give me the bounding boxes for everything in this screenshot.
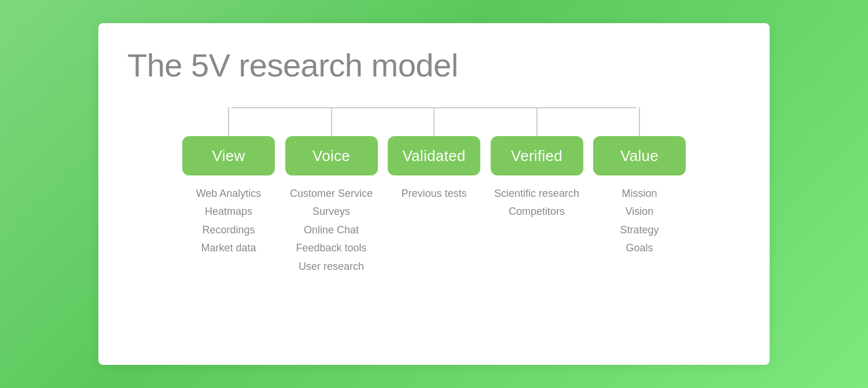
diagram: ViewWeb AnalyticsHeatmapsRecordingsMarke… <box>127 107 741 273</box>
page-title: The 5V research model <box>127 46 741 84</box>
box-view: View <box>182 136 275 175</box>
items-view: Web AnalyticsHeatmapsRecordingsMarket da… <box>196 187 262 255</box>
box-value: Value <box>593 136 686 175</box>
drop-line-voice <box>331 107 332 136</box>
list-item: Feedback tools <box>296 241 366 255</box>
list-item: Previous tests <box>401 187 466 200</box>
list-item: Goals <box>626 241 653 255</box>
list-item: User research <box>299 260 364 273</box>
items-verified: Scientific researchCompetitors <box>494 187 579 219</box>
list-item: Heatmaps <box>205 205 252 218</box>
list-item: Mission <box>621 187 657 200</box>
list-item: Customer Service <box>290 187 373 200</box>
drop-line-value <box>639 107 640 136</box>
list-item: Surveys <box>312 205 350 218</box>
column-verified: VerifiedScientific researchCompetitors <box>488 107 586 273</box>
list-item: Strategy <box>620 224 659 237</box>
drop-line-verified <box>536 107 538 136</box>
list-item: Web Analytics <box>196 187 262 200</box>
column-view: ViewWeb AnalyticsHeatmapsRecordingsMarke… <box>179 107 278 273</box>
column-voice: VoiceCustomer ServiceSurveysOnline ChatF… <box>282 107 381 273</box>
box-validated: Validated <box>388 136 480 175</box>
drop-line-validated <box>433 107 435 136</box>
list-item: Online Chat <box>304 224 359 237</box>
drop-line-view <box>228 107 229 136</box>
box-verified: Verified <box>491 136 583 175</box>
list-item: Competitors <box>509 205 565 218</box>
list-item: Market data <box>201 241 256 255</box>
main-card: The 5V research model ViewWeb AnalyticsH… <box>98 23 770 365</box>
column-value: ValueMissionVisionStrategyGoals <box>590 107 689 273</box>
column-validated: ValidatedPrevious tests <box>385 107 483 273</box>
box-voice: Voice <box>285 136 378 175</box>
list-item: Vision <box>626 205 654 218</box>
items-value: MissionVisionStrategyGoals <box>620 187 659 255</box>
items-voice: Customer ServiceSurveysOnline ChatFeedba… <box>290 187 373 273</box>
columns-row: ViewWeb AnalyticsHeatmapsRecordingsMarke… <box>179 107 689 273</box>
list-item: Recordings <box>202 224 255 237</box>
list-item: Scientific research <box>494 187 579 200</box>
items-validated: Previous tests <box>401 187 466 200</box>
